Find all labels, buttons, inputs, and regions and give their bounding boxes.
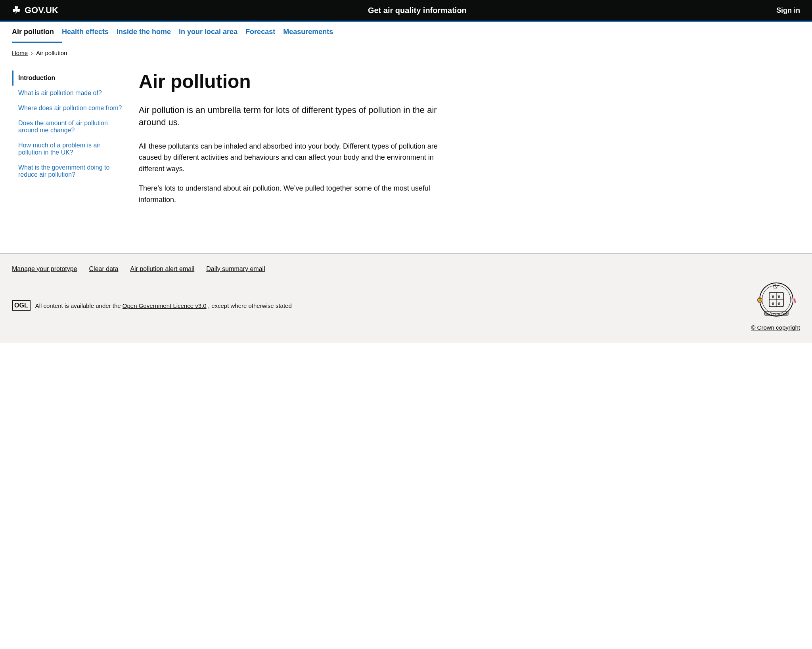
nav-item-health-effects[interactable]: Health effects <box>62 22 117 43</box>
breadcrumb-current: Air pollution <box>36 50 67 56</box>
site-footer: Manage your prototype Clear data Air pol… <box>0 253 812 343</box>
nav-item-air-pollution[interactable]: Air pollution <box>12 22 62 43</box>
main-nav: Air pollution Health effects Inside the … <box>0 22 812 43</box>
nav-item-inside-home[interactable]: Inside the home <box>117 22 179 43</box>
svg-text:♛: ♛ <box>771 302 775 306</box>
main-content: Air pollution Air pollution is an umbrel… <box>139 71 448 214</box>
svg-text:🦄: 🦄 <box>790 297 797 304</box>
sidebar-item-government[interactable]: What is the government doing to reduce a… <box>12 160 123 182</box>
footer-clear-data[interactable]: Clear data <box>89 265 119 273</box>
site-title: Get air quality information <box>368 6 467 15</box>
nav-item-forecast[interactable]: Forecast <box>245 22 283 43</box>
sidebar: Introduction What is air pollution made … <box>12 71 123 214</box>
footer-links: Manage your prototype Clear data Air pol… <box>12 265 800 273</box>
gov-logo: ☘ GOV.UK <box>12 5 58 16</box>
sidebar-item-what-is[interactable]: What is air pollution made of? <box>12 86 123 101</box>
ogl-link[interactable]: Open Government Licence v3.0 <box>123 302 207 309</box>
svg-text:♛: ♛ <box>771 294 775 299</box>
crown-icon: ☘ <box>12 5 21 16</box>
breadcrumb: Home › Air pollution <box>0 43 812 63</box>
content-body-1: All these pollutants can be inhaled and … <box>139 141 448 175</box>
footer-bottom: OGL All content is available under the O… <box>12 281 800 331</box>
royal-arms-emblem: ♛ ♛ ♛ ♛ 🦁 🦄 ♔ DIEU ET MON DROIT <box>753 281 800 320</box>
svg-text:🦁: 🦁 <box>756 297 764 304</box>
footer-ogl: OGL All content is available under the O… <box>12 300 292 311</box>
sidebar-item-where-from[interactable]: Where does air pollution come from? <box>12 101 123 116</box>
footer-ogl-text: All content is available under the Open … <box>35 302 292 309</box>
footer-right: ♛ ♛ ♛ ♛ 🦁 🦄 ♔ DIEU ET MON DROIT © Crown … <box>751 281 800 331</box>
svg-text:♔: ♔ <box>772 283 778 290</box>
footer-daily-email[interactable]: Daily summary email <box>206 265 265 273</box>
main-layout: Introduction What is air pollution made … <box>0 63 492 237</box>
sidebar-item-introduction[interactable]: Introduction <box>12 71 123 86</box>
svg-text:♛: ♛ <box>777 302 781 306</box>
breadcrumb-home[interactable]: Home <box>12 50 28 56</box>
page-title: Air pollution <box>139 71 448 92</box>
content-lead: Air pollution is an umbrella term for lo… <box>139 104 448 129</box>
ogl-suffix: , except where otherwise stated <box>208 302 292 309</box>
nav-item-measurements[interactable]: Measurements <box>283 22 341 43</box>
footer-alert-email[interactable]: Air pollution alert email <box>130 265 194 273</box>
content-body-2: There’s lots to understand about air pol… <box>139 183 448 206</box>
svg-text:♛: ♛ <box>777 294 781 299</box>
sidebar-item-how-much[interactable]: How much of a problem is air pollution i… <box>12 138 123 160</box>
ogl-badge: OGL <box>12 300 31 311</box>
svg-text:DIEU ET MON DROIT: DIEU ET MON DROIT <box>764 313 788 315</box>
logo-text: GOV.UK <box>25 5 58 15</box>
nav-item-local-area[interactable]: In your local area <box>179 22 245 43</box>
ogl-prefix: All content is available under the <box>35 302 121 309</box>
crown-copyright-link[interactable]: © Crown copyright <box>751 324 800 331</box>
signin-link[interactable]: Sign in <box>776 6 800 15</box>
footer-manage-prototype[interactable]: Manage your prototype <box>12 265 77 273</box>
site-header: ☘ GOV.UK Get air quality information Sig… <box>0 0 812 21</box>
breadcrumb-separator: › <box>31 50 33 56</box>
sidebar-item-does-change[interactable]: Does the amount of air pollution around … <box>12 116 123 138</box>
